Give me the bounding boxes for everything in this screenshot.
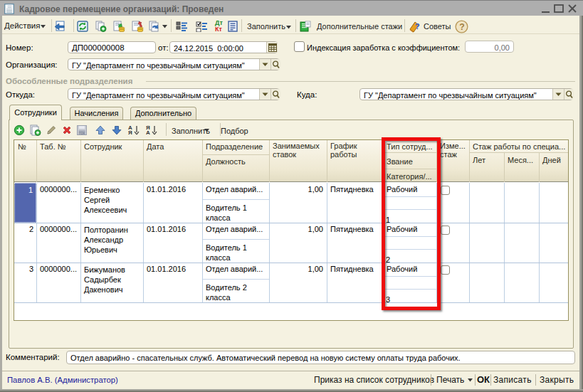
svg-text:?: ? (415, 22, 420, 31)
svg-text:ГОК: ГОК (79, 132, 85, 135)
svg-text:?: ? (459, 22, 465, 32)
